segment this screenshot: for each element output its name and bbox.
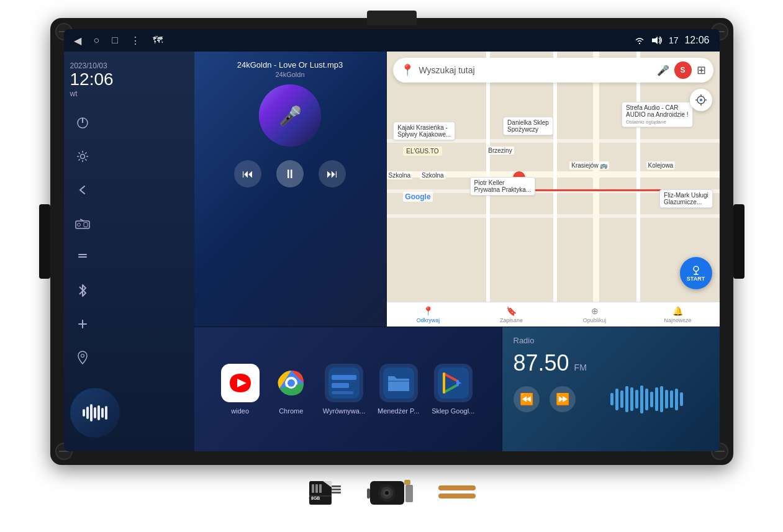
date-display: 2023/10/03 — [70, 61, 188, 70]
radio-band: FM — [574, 363, 587, 372]
nav-menu-button[interactable]: ⋮ — [130, 35, 140, 47]
map-label-szkolna1: Szkolna — [387, 171, 413, 179]
wideo-label: wideo — [231, 407, 249, 415]
radio-next-button[interactable]: ⏩ — [550, 386, 576, 412]
play-pause-button[interactable]: ⏸ — [276, 160, 304, 187]
album-art-container: 🎤 — [203, 84, 378, 147]
svg-rect-29 — [332, 375, 356, 380]
trim-strips-accessory — [438, 485, 476, 498]
back-nav-button[interactable] — [70, 178, 95, 202]
radio-wave-bar — [650, 392, 653, 407]
svg-text:8GB: 8GB — [311, 496, 320, 500]
nav-home-button[interactable]: ○ — [94, 35, 100, 46]
maps-search-bar[interactable]: 📍 Wyszukaj tutaj 🎤 S ⊞ — [393, 58, 713, 83]
svg-rect-53 — [367, 489, 370, 498]
map-label-fliz: Fliz-Mark UsługiGlazurnicze... — [659, 189, 713, 208]
app-menedzer[interactable]: Menedżer P... — [378, 364, 419, 415]
outer-container: ◀ ○ □ ⋮ 🗺 — [0, 0, 783, 532]
opublikuj-icon: ⊕ — [591, 306, 599, 316]
mount-top — [367, 11, 417, 25]
maps-pin-icon: 📍 — [401, 63, 414, 77]
svg-rect-44 — [332, 489, 341, 490]
nav-buttons: ◀ ○ □ ⋮ 🗺 — [74, 35, 163, 47]
maps-tab-zapisane[interactable]: 🔖 Zapisane — [470, 306, 553, 323]
nav-recent-button[interactable]: □ — [112, 35, 118, 46]
top-row: 24kGoldn - Love Or Lust.mp3 24kGoldn 🎤 ⏮… — [194, 52, 720, 327]
radio-wave-bar — [620, 390, 623, 408]
bottom-row: wideo — [194, 327, 720, 451]
maps-mic-icon[interactable]: 🎤 — [657, 65, 669, 76]
volume-icon — [651, 36, 663, 45]
map-label-danielka: Danielka SklepSpożywczy — [503, 117, 553, 135]
radio-wave-bar — [625, 386, 628, 412]
maps-start-button[interactable]: START — [680, 257, 712, 289]
nav-maps-button[interactable]: 🗺 — [153, 35, 163, 46]
app-wideo[interactable]: wideo — [221, 364, 260, 415]
radio-wave-bar — [640, 385, 643, 413]
nav-back-button[interactable]: ◀ — [74, 35, 81, 47]
radio-wave-bar — [655, 387, 658, 411]
camera-accessory — [367, 475, 414, 509]
radio-prev-button[interactable]: ⏪ — [514, 386, 540, 412]
radio-panel: Radio 87.50 FM ⏪ ⏩ — [502, 327, 720, 451]
bracket-right — [733, 204, 745, 279]
volume-level: 17 — [669, 35, 679, 45]
svg-marker-0 — [652, 37, 658, 44]
sd-card-accessory: 8GB — [308, 478, 342, 506]
svg-rect-42 — [309, 495, 332, 497]
radio-button[interactable] — [70, 211, 95, 236]
najnowsze-icon: 🔔 — [672, 306, 683, 316]
settings-button[interactable] — [70, 144, 95, 169]
maps-location-button[interactable] — [690, 89, 712, 111]
maps-tab-opublikuj[interactable]: ⊕ Opublikuj — [553, 306, 636, 323]
prev-track-button[interactable]: ⏮ — [234, 160, 261, 187]
svg-rect-31 — [332, 391, 353, 394]
status-time: 12:06 — [684, 35, 709, 46]
date-time-widget: 2023/10/03 12:06 wt — [70, 59, 188, 101]
app-wyrownywacz[interactable]: Wyrównywa... — [323, 364, 365, 415]
day-display: wt — [70, 89, 188, 98]
maps-tab-najnowsze[interactable]: 🔔 Najnowsze — [636, 306, 720, 323]
wyrownywacz-icon — [325, 364, 363, 402]
svg-point-3 — [80, 154, 84, 158]
album-art: 🎤 — [259, 84, 321, 147]
svg-point-27 — [287, 379, 295, 387]
radio-frequency-row: 87.50 FM — [514, 350, 708, 376]
music-controls: ⏮ ⏸ ⏭ — [203, 160, 378, 187]
radio-wave-bar — [610, 393, 613, 405]
chrome-icon — [272, 364, 310, 402]
status-indicators: 17 12:06 — [634, 35, 710, 46]
bluetooth-button[interactable] — [70, 278, 95, 303]
maps-tab-odkrywaj[interactable]: 📍 Odkrywaj — [387, 306, 470, 323]
music-player-panel: 24kGoldn - Love Or Lust.mp3 24kGoldn 🎤 ⏮… — [194, 52, 387, 327]
sklep-label: Sklep Googl... — [432, 407, 474, 415]
status-bar: ◀ ○ □ ⋮ 🗺 — [64, 29, 720, 52]
map-label-brzeziny: Brzeziny — [486, 147, 514, 155]
app-chrome[interactable]: Chrome — [272, 364, 310, 415]
maps-search-text: Wyszukaj tutaj — [419, 65, 652, 75]
waveform-visual — [83, 404, 107, 422]
maps-avatar[interactable]: S — [674, 61, 692, 79]
wyrownywacz-label: Wyrównywa... — [323, 407, 365, 415]
radio-wave-bar — [665, 390, 668, 408]
app-sklep[interactable]: Sklep Googl... — [432, 364, 474, 415]
music-artist: 24kGoldn — [203, 71, 378, 78]
volume-up-button[interactable] — [70, 312, 95, 336]
svg-rect-5 — [84, 222, 88, 227]
odkrywaj-icon: 📍 — [423, 306, 433, 316]
sklep-icon — [434, 364, 473, 402]
waveform-button[interactable] — [70, 388, 120, 438]
zapisane-label: Zapisane — [500, 317, 523, 323]
power-button[interactable] — [70, 110, 95, 135]
zapisane-icon: 🔖 — [506, 306, 517, 316]
location-button[interactable] — [70, 345, 95, 370]
screen: ◀ ○ □ ⋮ 🗺 — [64, 29, 720, 451]
maps-layers-button[interactable]: ⊞ — [697, 63, 706, 77]
volume-down-button[interactable] — [70, 245, 95, 269]
svg-rect-39 — [315, 484, 318, 493]
next-track-button[interactable]: ⏭ — [319, 160, 346, 187]
svg-point-19 — [694, 266, 699, 271]
opublikuj-label: Opublikuj — [583, 317, 607, 323]
accessories-row: 8GB — [308, 465, 476, 514]
trim-strip-1 — [438, 485, 476, 490]
